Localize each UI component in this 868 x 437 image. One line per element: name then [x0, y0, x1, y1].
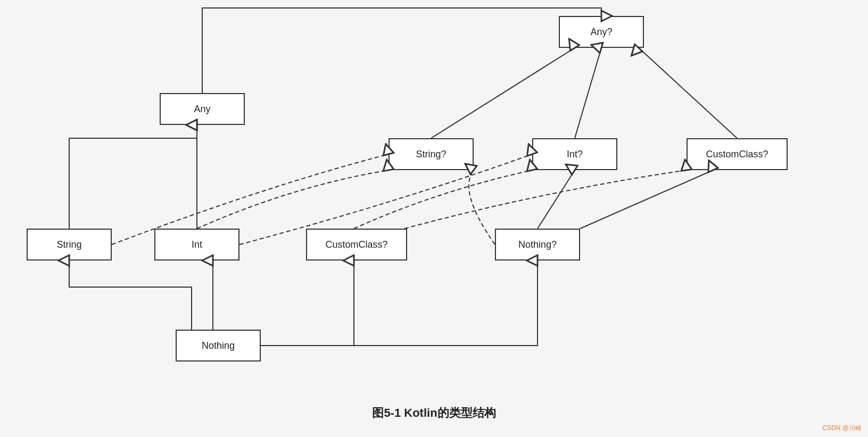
- node-customclass-q-top: CustomClass?: [687, 138, 788, 170]
- node-nothing-q: Nothing?: [495, 229, 580, 260]
- diagram-caption: 图5-1 Kotlin的类型结构: [372, 405, 495, 421]
- line-nothing-to-string: [69, 260, 192, 330]
- line-ccqtop-to-anyq: [639, 48, 737, 138]
- dashed-int-to-stringq: [197, 170, 388, 229]
- line-nothing-to-ccq: [261, 260, 354, 346]
- node-customclass-q: CustomClass?: [306, 229, 407, 260]
- line-intq-to-anyq: [575, 48, 601, 138]
- line-stringq-to-anyq: [431, 48, 575, 138]
- node-nothing: Nothing: [176, 330, 261, 362]
- line-nothingq-to-ccqtop: [580, 170, 713, 229]
- node-int: Int: [154, 229, 239, 260]
- line-string-to-any: [69, 125, 197, 229]
- dashed-ccq-to-intq: [354, 170, 532, 229]
- line-nothingq-to-intq: [538, 170, 575, 229]
- node-any-q: Any?: [559, 16, 644, 48]
- node-string: String: [27, 229, 112, 260]
- dashed-nothingq-to-stringq: [469, 170, 495, 245]
- line-any-to-anyq: [202, 8, 601, 93]
- watermark: CSDN @川峻: [822, 424, 862, 433]
- dashed-ccq-to-ccqtop: [404, 170, 687, 229]
- node-string-q: String?: [388, 138, 474, 170]
- line-nothing-to-nothingq: [261, 260, 538, 346]
- node-int-q: Int?: [532, 138, 617, 170]
- node-any: Any: [160, 93, 245, 125]
- arrows-svg: [0, 0, 868, 437]
- diagram-container: Any? Any String? Int? CustomClass? Strin…: [0, 0, 868, 437]
